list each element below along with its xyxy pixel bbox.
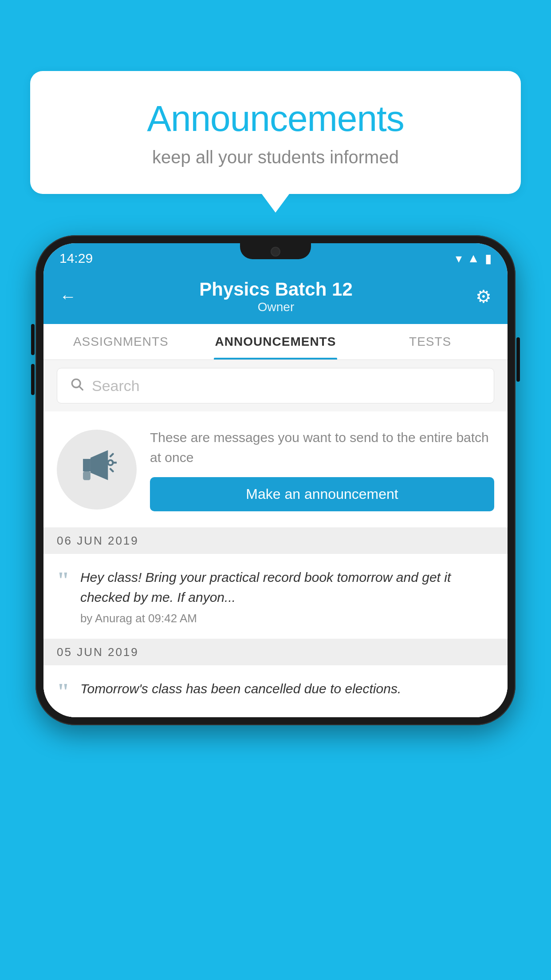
volume-up-button bbox=[31, 324, 35, 355]
signal-icon: ▲ bbox=[467, 251, 480, 265]
search-container: Search bbox=[43, 360, 508, 411]
date-separator-1: 06 JUN 2019 bbox=[43, 528, 508, 554]
tabs-bar: ASSIGNMENTS ANNOUNCEMENTS TESTS bbox=[43, 324, 508, 360]
search-placeholder: Search bbox=[92, 377, 140, 395]
promo-content: These are messages you want to send to t… bbox=[150, 427, 494, 511]
volume-down-button bbox=[31, 364, 35, 395]
svg-rect-4 bbox=[83, 471, 91, 480]
tab-tests[interactable]: TESTS bbox=[353, 324, 508, 360]
phone-notch bbox=[240, 243, 311, 259]
promo-icon-circle bbox=[57, 430, 137, 510]
svg-marker-3 bbox=[91, 450, 108, 480]
announcement-item-2[interactable]: " Tomorrow's class has been cancelled du… bbox=[43, 665, 508, 717]
status-time: 14:29 bbox=[59, 251, 93, 266]
back-button[interactable]: ← bbox=[59, 287, 76, 306]
quote-icon-1: " bbox=[57, 569, 70, 592]
announcement-text-1: Hey class! Bring your practical record b… bbox=[80, 567, 494, 625]
announcement-message-2: Tomorrow's class has been cancelled due … bbox=[80, 679, 494, 699]
batch-role: Owner bbox=[76, 300, 476, 314]
tab-assignments[interactable]: ASSIGNMENTS bbox=[43, 324, 198, 360]
svg-line-8 bbox=[110, 469, 113, 471]
megaphone-icon bbox=[77, 445, 117, 494]
announcement-promo: These are messages you want to send to t… bbox=[43, 411, 508, 528]
speech-bubble-subtitle: keep all your students informed bbox=[66, 147, 485, 167]
app-header: ← Physics Batch 12 Owner ⚙ bbox=[43, 270, 508, 324]
quote-icon-2: " bbox=[57, 680, 70, 703]
phone-screen: 14:29 ▾ ▲ ▮ ← Physics Batch 12 Owner ⚙ bbox=[43, 243, 508, 717]
battery-icon: ▮ bbox=[485, 251, 492, 266]
search-icon bbox=[70, 376, 84, 395]
search-bar[interactable]: Search bbox=[57, 368, 494, 403]
batch-title: Physics Batch 12 bbox=[76, 279, 476, 300]
announcement-text-2: Tomorrow's class has been cancelled due … bbox=[80, 679, 494, 703]
speech-bubble: Announcements keep all your students inf… bbox=[30, 71, 521, 194]
date-separator-2: 05 JUN 2019 bbox=[43, 639, 508, 665]
status-icons: ▾ ▲ ▮ bbox=[456, 251, 492, 266]
svg-line-6 bbox=[110, 454, 113, 457]
promo-description: These are messages you want to send to t… bbox=[150, 427, 494, 467]
svg-line-1 bbox=[80, 387, 83, 390]
phone-content: Search bbox=[43, 360, 508, 717]
speech-bubble-title: Announcements bbox=[66, 98, 485, 139]
tab-announcements[interactable]: ANNOUNCEMENTS bbox=[198, 324, 353, 360]
make-announcement-button[interactable]: Make an announcement bbox=[150, 477, 494, 511]
settings-button[interactable]: ⚙ bbox=[476, 286, 492, 307]
svg-marker-2 bbox=[83, 459, 91, 471]
power-button bbox=[516, 337, 520, 382]
announcement-meta-1: by Anurag at 09:42 AM bbox=[80, 612, 494, 625]
header-center: Physics Batch 12 Owner bbox=[76, 279, 476, 314]
announcement-message-1: Hey class! Bring your practical record b… bbox=[80, 567, 494, 607]
phone-outer: 14:29 ▾ ▲ ▮ ← Physics Batch 12 Owner ⚙ bbox=[35, 235, 516, 725]
svg-point-0 bbox=[72, 379, 80, 387]
wifi-icon: ▾ bbox=[456, 251, 462, 266]
phone-mockup: 14:29 ▾ ▲ ▮ ← Physics Batch 12 Owner ⚙ bbox=[35, 235, 516, 725]
announcement-item-1[interactable]: " Hey class! Bring your practical record… bbox=[43, 554, 508, 639]
speech-bubble-container: Announcements keep all your students inf… bbox=[30, 71, 521, 194]
phone-camera bbox=[271, 247, 280, 257]
